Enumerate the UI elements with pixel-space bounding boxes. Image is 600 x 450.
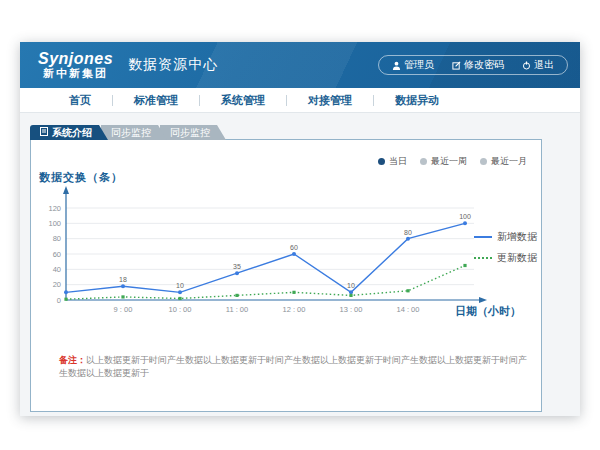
data-point (235, 271, 239, 275)
dotted-line-swatch-icon (474, 257, 492, 259)
y-tick-label: 20 (53, 280, 61, 289)
logo-text: Synjones (38, 51, 113, 68)
point-label: 35 (233, 263, 241, 270)
time-range-radio-group: 当日 最近一周 最近一月 (378, 155, 527, 168)
data-point (406, 289, 409, 292)
solid-line-swatch-icon (474, 236, 492, 238)
y-axis-arrow (63, 186, 69, 194)
y-tick-label: 0 (57, 296, 61, 305)
data-point (292, 291, 295, 294)
point-label: 60 (290, 244, 298, 251)
user-pill: 管理员 修改密码 退出 (378, 55, 568, 75)
tab-bar: 系统介绍 同步监控 同步监控 (30, 125, 226, 140)
data-point (463, 264, 466, 267)
user-name: 管理员 (404, 58, 434, 72)
edit-icon (452, 61, 461, 70)
x-tick-label: 11 : 00 (226, 305, 248, 314)
legend-item-new-data[interactable]: 新增数据 (474, 230, 537, 244)
point-label: 80 (404, 229, 412, 236)
data-point (178, 297, 181, 300)
radio-label: 最近一月 (491, 155, 527, 168)
tab-label: 同步监控 (170, 127, 210, 138)
radio-dot (420, 158, 427, 165)
data-point (463, 221, 467, 225)
chart-panel: 当日 最近一周 最近一月 数据交换（条） 0204060801001209 : … (30, 139, 542, 412)
data-point (64, 290, 68, 294)
tab-label: 系统介绍 (52, 125, 92, 140)
data-point (349, 294, 352, 297)
person-icon (392, 61, 401, 70)
radio-today[interactable]: 当日 (378, 155, 407, 168)
y-tick-label: 80 (53, 234, 61, 243)
data-point (235, 294, 238, 297)
y-tick-label: 60 (53, 250, 61, 259)
x-tick-label: 14 : 00 (397, 305, 420, 314)
app-title: 数据资源中心 (128, 56, 218, 74)
change-password-label: 修改密码 (464, 58, 504, 72)
radio-last-week[interactable]: 最近一周 (420, 155, 467, 168)
content-area: 系统介绍 同步监控 同步监控 当日 最近一周 (20, 113, 580, 416)
tab-sync-monitor-2[interactable]: 同步监控 (160, 125, 226, 140)
data-point (292, 252, 296, 256)
radio-label: 最近一周 (431, 155, 467, 168)
legend-label: 新增数据 (497, 230, 537, 244)
brand-logo: Synjones 新中新集团 (38, 51, 113, 79)
nav-item-integration-mgmt[interactable]: 对接管理 (287, 93, 373, 108)
note-text: 以上数据更新于时间产生数据以上数据更新于时间产生数据以上数据更新于时间产生数据以… (59, 355, 527, 378)
x-axis-arrow (479, 297, 487, 303)
chart-legend: 新增数据 更新数据 (474, 230, 537, 265)
radio-dot (378, 158, 385, 165)
nav-item-system-mgmt[interactable]: 系统管理 (200, 93, 286, 108)
header: Synjones 新中新集团 数据资源中心 管理员 修改密码 退出 (20, 42, 580, 88)
app-window: Synjones 新中新集团 数据资源中心 管理员 修改密码 退出 (20, 42, 580, 416)
line-chart: 0204060801001209 : 0010 : 0011 : 0012 : … (41, 180, 501, 330)
logout-button[interactable]: 退出 (513, 58, 563, 72)
data-point (178, 290, 182, 294)
y-tick-label: 40 (53, 265, 61, 274)
power-icon (522, 61, 531, 70)
x-tick-label: 12 : 00 (283, 305, 306, 314)
note-label: 备注： (59, 355, 86, 365)
x-axis-title: 日期（小时） (455, 304, 521, 319)
point-label: 100 (459, 213, 471, 220)
legend-label: 更新数据 (497, 251, 537, 265)
nav-item-standard-mgmt[interactable]: 标准管理 (113, 93, 199, 108)
tab-system-intro[interactable]: 系统介绍 (30, 125, 108, 140)
radio-last-month[interactable]: 最近一月 (480, 155, 527, 168)
user-menu-item[interactable]: 管理员 (383, 58, 443, 72)
data-point (349, 290, 353, 294)
x-tick-label: 10 : 00 (169, 305, 192, 314)
data-point (121, 295, 124, 298)
change-password-button[interactable]: 修改密码 (443, 58, 513, 72)
nav-item-home[interactable]: 首页 (48, 93, 112, 108)
y-tick-label: 120 (48, 204, 61, 213)
note: 备注：以上数据更新于时间产生数据以上数据更新于时间产生数据以上数据更新于时间产生… (59, 354, 529, 379)
radio-dot (480, 158, 487, 165)
point-label: 10 (347, 282, 355, 289)
x-tick-label: 9 : 00 (114, 305, 133, 314)
data-point (121, 284, 125, 288)
legend-item-updated-data[interactable]: 更新数据 (474, 251, 537, 265)
x-tick-label: 13 : 00 (340, 305, 363, 314)
data-point (406, 237, 410, 241)
point-label: 10 (176, 282, 184, 289)
point-label: 18 (119, 276, 127, 283)
tab-sync-monitor-1[interactable]: 同步监控 (101, 125, 167, 140)
y-tick-label: 100 (48, 219, 61, 228)
logout-label: 退出 (534, 58, 554, 72)
nav-item-data-change[interactable]: 数据异动 (374, 93, 460, 108)
data-point (64, 298, 67, 301)
logo-subtext: 新中新集团 (38, 68, 113, 80)
tab-label: 同步监控 (111, 127, 151, 138)
navbar: 首页 标准管理 系统管理 对接管理 数据异动 (20, 88, 580, 113)
radio-label: 当日 (389, 155, 407, 168)
document-icon (40, 125, 48, 140)
